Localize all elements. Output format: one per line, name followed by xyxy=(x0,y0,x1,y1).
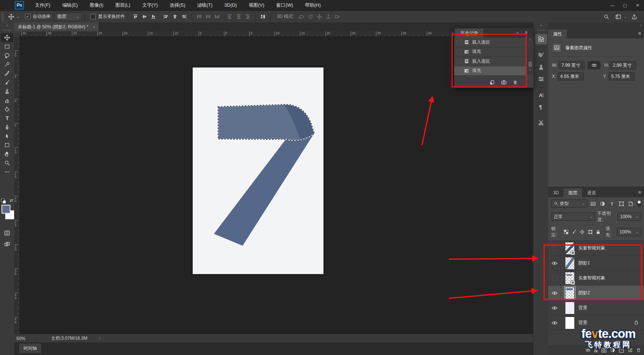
share-icon[interactable] xyxy=(630,13,639,21)
eraser-tool[interactable] xyxy=(1,96,13,105)
filter-pixel-layers-icon[interactable] xyxy=(590,200,597,207)
filter-toggle-pill[interactable] xyxy=(637,200,641,207)
lock-position-icon[interactable] xyxy=(579,229,586,235)
edit-toolbar-icon[interactable] xyxy=(1,167,13,176)
lasso-tool[interactable] xyxy=(1,51,13,60)
clone-stamp-tool[interactable] xyxy=(1,87,13,96)
menu-3d[interactable]: 3D(D) xyxy=(218,0,243,10)
layer-name[interactable]: 矢量智能对象 xyxy=(578,245,605,251)
history-item[interactable]: 填充 xyxy=(454,47,527,57)
layer-thumbnail[interactable]: ▣ xyxy=(565,272,575,285)
align-vertical-centers-icon[interactable] xyxy=(140,13,149,21)
tab-channels[interactable]: 通道 xyxy=(582,188,601,197)
dock-grip[interactable] xyxy=(537,29,545,31)
filter-adjustment-layers-icon[interactable] xyxy=(599,200,606,207)
layer-name[interactable]: 背景 xyxy=(578,320,587,326)
delete-state-icon[interactable] xyxy=(513,80,518,86)
history-panel-menu-icon[interactable]: ≡ xyxy=(525,30,527,35)
scroll-down-icon[interactable]: ˅ xyxy=(527,68,533,72)
menu-layer[interactable]: 图层(L) xyxy=(109,0,136,10)
left-ruler[interactable]: 10 5 0 5 10 15 20 25 30 35 40 45 xyxy=(14,37,20,334)
character-panel-button[interactable]: A xyxy=(535,90,547,100)
scrollbar-thumb[interactable] xyxy=(528,62,532,67)
visibility-toggle[interactable] xyxy=(548,271,561,285)
layer-thumbnail[interactable] xyxy=(565,302,575,314)
minimize-icon[interactable]: — xyxy=(606,0,619,10)
history-source-checkbox[interactable] xyxy=(457,68,461,73)
layer-row[interactable]: ▣ 矢量智能对象 xyxy=(548,271,644,286)
layer-row[interactable]: 背景 xyxy=(548,301,644,315)
lock-image-pixels-icon[interactable] xyxy=(571,229,578,235)
document-page[interactable] xyxy=(193,67,323,274)
eyedropper-tool[interactable] xyxy=(1,69,13,78)
tool-preset-chevron-icon[interactable]: ⌄ xyxy=(17,15,20,19)
menu-filter[interactable]: 滤镜(T) xyxy=(191,0,218,10)
layer-thumbnail[interactable]: ▣ xyxy=(565,242,575,255)
dock-collapse-right-icon[interactable]: » xyxy=(640,23,642,27)
history-panel-button[interactable] xyxy=(535,34,547,44)
layer-filter-dropdown[interactable]: 类型 ⌄ xyxy=(551,200,587,208)
new-snapshot-icon[interactable] xyxy=(501,80,507,86)
layer-name[interactable]: 矢量智能对象 xyxy=(578,275,605,281)
ruler-origin-corner[interactable] xyxy=(14,31,20,37)
pen-tool[interactable] xyxy=(1,123,13,132)
blend-mode-dropdown[interactable]: 正常⌄ xyxy=(551,213,595,221)
visibility-toggle[interactable] xyxy=(548,286,561,300)
clone-source-panel-button[interactable] xyxy=(535,62,547,72)
close-icon[interactable]: ✕ xyxy=(631,0,644,10)
layer-row[interactable]: 阴影1 xyxy=(548,256,644,271)
move-tool[interactable] xyxy=(1,33,13,42)
paragraph-panel-button[interactable]: ¶ xyxy=(535,102,547,112)
zoom-tool[interactable] xyxy=(1,158,13,167)
visibility-toggle[interactable] xyxy=(548,256,561,270)
menu-edit[interactable]: 编辑(E) xyxy=(56,0,84,10)
timeline-tab[interactable]: 时间轴 xyxy=(19,343,42,353)
layer-thumbnail[interactable] xyxy=(565,287,575,299)
new-document-from-state-icon[interactable] xyxy=(489,80,495,86)
opacity-dropdown[interactable]: 100%⌄ xyxy=(618,213,641,221)
filter-smart-objects-icon[interactable] xyxy=(627,200,634,207)
menu-help[interactable]: 帮助(H) xyxy=(299,0,326,10)
visibility-toggle[interactable] xyxy=(548,301,561,315)
align-horizontal-centers-icon[interactable] xyxy=(171,13,180,21)
auto-select-checkbox[interactable]: ✓ xyxy=(25,14,31,19)
layer-thumbnail[interactable] xyxy=(565,317,575,329)
current-tool-move-icon[interactable] xyxy=(7,13,16,21)
history-item-selected[interactable]: 填充 xyxy=(454,66,527,76)
filter-type-layers-icon[interactable]: T xyxy=(608,200,615,207)
link-layers-icon[interactable] xyxy=(585,348,591,354)
scroll-up-icon[interactable]: ˄ xyxy=(527,38,533,41)
distribute-spacing-icon[interactable] xyxy=(259,13,268,21)
tab-properties[interactable]: 属性 xyxy=(548,29,567,38)
search-icon[interactable] xyxy=(602,13,611,21)
history-collapse-icon[interactable]: » xyxy=(517,31,519,35)
filter-shape-layers-icon[interactable] xyxy=(618,200,625,207)
menu-file[interactable]: 文件(F) xyxy=(29,0,56,10)
visibility-toggle[interactable] xyxy=(548,241,561,255)
lock-all-icon[interactable] xyxy=(594,229,602,235)
status-expander-icon[interactable]: 〉 xyxy=(98,335,103,342)
layers-panel-menu-icon[interactable]: ≡ xyxy=(638,189,641,195)
layer-style-fx-icon[interactable]: fx xyxy=(594,349,598,353)
history-item[interactable]: 载入选区 xyxy=(454,38,527,47)
x-field[interactable]: 4.55 厘米 xyxy=(558,72,584,81)
menu-type[interactable]: 文字(Y) xyxy=(136,0,164,10)
layer-row[interactable]: ▣ 矢量智能对象 xyxy=(548,241,644,256)
tab-3d[interactable]: 3D xyxy=(548,188,564,197)
maximize-icon[interactable]: ▢ xyxy=(619,0,631,10)
quick-mask-icon[interactable] xyxy=(1,229,13,238)
layer-name[interactable]: 背景 xyxy=(578,305,587,311)
y-field[interactable]: 5.75 厘米 xyxy=(609,72,635,81)
history-source-checkbox[interactable] xyxy=(457,40,461,45)
workspace-chevron-icon[interactable]: ⌄ xyxy=(624,15,627,19)
screen-mode-icon[interactable] xyxy=(1,240,13,249)
history-source-checkbox[interactable] xyxy=(457,49,461,54)
lock-transparent-pixels-icon[interactable] xyxy=(563,229,570,235)
toolbar-grip[interactable] xyxy=(3,29,11,31)
history-title-bar[interactable]: 历史记录 » | ≡ xyxy=(454,28,533,38)
properties-panel-menu-icon[interactable]: ≡ xyxy=(638,31,641,36)
delete-layer-icon[interactable] xyxy=(636,348,641,354)
align-top-edges-icon[interactable] xyxy=(131,13,140,21)
toolbar-collapse-icon[interactable]: » xyxy=(6,23,8,29)
menu-window[interactable]: 窗口(W) xyxy=(270,0,299,10)
